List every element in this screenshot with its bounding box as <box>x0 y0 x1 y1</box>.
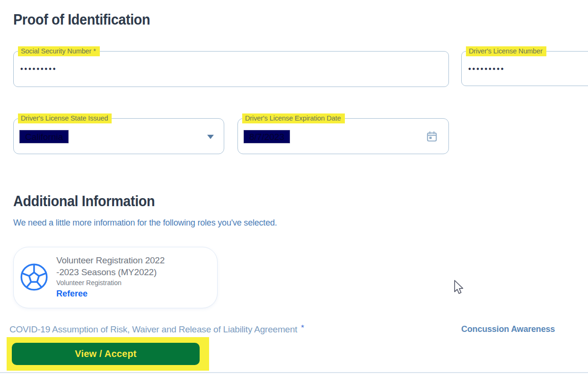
ssn-field[interactable]: Social Security Number * ••••••••• <box>13 51 449 87</box>
role-card-type: Volunteer Registration <box>56 278 165 287</box>
page-root: { "page": { "proof_heading": "Proof of I… <box>0 0 588 374</box>
mouse-cursor-icon <box>452 279 464 297</box>
drivers-license-expiration-label: Driver's License Expiration Date <box>242 113 345 123</box>
drivers-license-number-masked-value: ••••••••• <box>468 65 505 73</box>
drivers-license-expiration-redacted-value: 8/7/2023 <box>244 130 290 143</box>
additional-information-subtitle: We need a little more information for th… <box>13 218 277 228</box>
role-card-text: Volunteer Registration 2022 -2023 Season… <box>56 254 165 299</box>
role-card-title-line1: Volunteer Registration 2022 <box>56 254 165 266</box>
ssn-masked-value: ••••••••• <box>20 65 57 73</box>
drivers-license-number-field[interactable]: Driver's License Number ••••••••• <box>461 51 588 86</box>
drivers-license-expiration-field[interactable]: Driver's License Expiration Date 8/7/202… <box>237 118 449 154</box>
concussion-awareness-label: Concussion Awareness <box>461 324 555 334</box>
additional-information-heading: Additional Information <box>13 193 155 210</box>
covid-agreement-text: COVID-19 Assumption of Risk, Waiver and … <box>9 324 297 334</box>
bottom-divider <box>0 372 588 373</box>
proof-of-identification-heading: Proof of Identification <box>13 11 150 28</box>
button-highlight-box: View / Accept <box>7 337 209 371</box>
view-accept-button[interactable]: View / Accept <box>12 343 200 365</box>
soccer-ball-icon <box>18 261 50 293</box>
drivers-license-number-label: Driver's License Number <box>466 46 546 56</box>
ssn-label: Social Security Number * <box>18 46 100 56</box>
drivers-license-state-redacted-value: California <box>19 130 69 143</box>
referee-link[interactable]: Referee <box>56 288 88 299</box>
drivers-license-state-label: Driver's License State Issued <box>18 113 112 123</box>
chevron-down-icon <box>207 135 214 139</box>
required-asterisk: * <box>301 323 304 332</box>
covid-agreement-label: COVID-19 Assumption of Risk, Waiver and … <box>9 324 304 335</box>
drivers-license-state-select[interactable]: Driver's License State Issued California <box>13 118 224 154</box>
role-card-title-line2: -2023 Seasons (MY2022) <box>56 266 165 278</box>
calendar-icon[interactable] <box>426 130 438 143</box>
role-card: Volunteer Registration 2022 -2023 Season… <box>13 247 218 308</box>
